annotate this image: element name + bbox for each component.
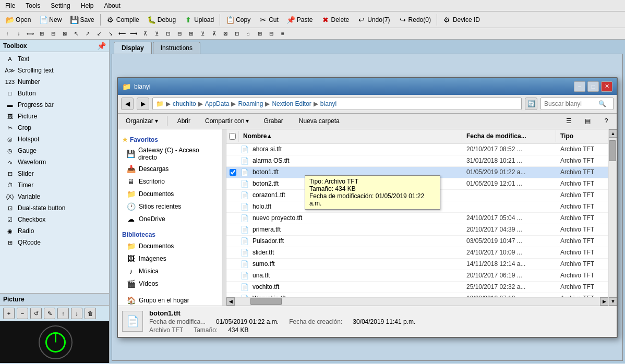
- lp-item-documentos-lib[interactable]: 📁 Documentos: [118, 240, 222, 252]
- menu-setting[interactable]: Setting: [47, 1, 73, 10]
- lp-item-escritorio[interactable]: 🖥 Escritorio: [118, 175, 222, 188]
- scroll-up-btn[interactable]: ▲: [609, 129, 617, 138]
- edit-btn[interactable]: ✎: [44, 308, 55, 319]
- redo-button[interactable]: ↪ Redo(0): [395, 14, 435, 26]
- toolbox-item-progress-bar[interactable]: ▬Progress bar: [0, 99, 109, 111]
- file-checkbox[interactable]: [230, 169, 236, 176]
- save-button[interactable]: 💾 Save: [66, 14, 98, 26]
- path-roaming[interactable]: Roaming: [238, 100, 263, 107]
- tb2-btn-12[interactable]: ⟶: [128, 29, 139, 39]
- col-nombre[interactable]: Nombre ▴: [239, 130, 462, 142]
- lp-item-musica[interactable]: ♪ Música: [118, 265, 222, 277]
- toolbox-item-crop[interactable]: ✂Crop: [0, 122, 109, 134]
- tb2-btn-10[interactable]: ↘: [105, 29, 116, 39]
- search-input[interactable]: [544, 100, 596, 107]
- menu-file[interactable]: File: [2, 1, 18, 10]
- file-row[interactable]: 📄Weruchin.tft19/08/2018 07:18 ...Archivo…: [226, 293, 608, 297]
- toolbox-item-checkbox[interactable]: ☑Checkbox: [0, 214, 109, 225]
- menu-tools[interactable]: Tools: [22, 1, 43, 10]
- upload-button[interactable]: ⬆ Upload: [181, 14, 218, 26]
- tb2-btn-8[interactable]: ↗: [82, 29, 93, 39]
- lp-item-descargas[interactable]: 📥 Descargas: [118, 163, 222, 175]
- tb2-btn-15[interactable]: ⊡: [163, 29, 173, 39]
- tb2-btn-17[interactable]: ⊞: [186, 29, 196, 39]
- tb2-btn-4[interactable]: ⊞: [37, 29, 47, 39]
- share-btn[interactable]: Compartir con ▾: [200, 116, 254, 126]
- paste-button[interactable]: 📌 Paste: [283, 14, 317, 26]
- lp-item-imagenes[interactable]: 🖼 Imágenes: [118, 252, 222, 265]
- toolbox-pin-icon[interactable]: 📌: [97, 42, 106, 50]
- toolbox-item-variable[interactable]: (X)Variable: [0, 191, 109, 202]
- tb2-btn-6[interactable]: ⊠: [59, 29, 70, 39]
- path-bianyi[interactable]: bianyi: [320, 100, 336, 107]
- toolbox-item-number[interactable]: 123Number: [0, 76, 109, 88]
- tb2-btn-25[interactable]: ≡: [278, 29, 288, 39]
- tb2-btn-3[interactable]: ⟺: [25, 29, 35, 39]
- tb2-btn-11[interactable]: ⟵: [117, 29, 127, 39]
- lp-item-videos[interactable]: 🎬 Vídeos: [118, 277, 222, 290]
- tb2-btn-24[interactable]: ⊟: [266, 29, 277, 39]
- file-row[interactable]: 📄slider.tft24/10/2017 10:09 ...Archivo T…: [226, 247, 608, 259]
- nueva-carpeta-btn[interactable]: Nueva carpeta: [293, 116, 345, 126]
- file-row[interactable]: 📄vochito.tft25/10/2017 02:32 a...Archivo…: [226, 282, 608, 293]
- tb2-btn-18[interactable]: ⊻: [197, 29, 208, 39]
- up-btn[interactable]: ↑: [57, 308, 69, 319]
- tab-display[interactable]: Display: [114, 42, 152, 54]
- toolbox-item-hotspot[interactable]: ◎Hotspot: [0, 134, 109, 145]
- path-chuchito[interactable]: chuchito: [173, 100, 196, 107]
- search-box[interactable]: 🔍: [540, 98, 614, 110]
- toolbox-item-dual-state[interactable]: ⊡Dual-state button: [0, 202, 109, 214]
- abrir-btn[interactable]: Abrir: [172, 116, 196, 126]
- tb2-btn-5[interactable]: ⊟: [48, 29, 58, 39]
- toolbox-item-scrolling-text[interactable]: A≫Scrolling text: [0, 65, 109, 76]
- path-appdata[interactable]: AppData: [205, 100, 230, 107]
- tb2-btn-13[interactable]: ⊼: [140, 29, 150, 39]
- lp-item-onedrive[interactable]: ☁ OneDrive: [118, 213, 222, 225]
- toolbox-item-gauge[interactable]: ◷Gauge: [0, 145, 109, 156]
- delete-btn[interactable]: 🗑: [85, 308, 96, 319]
- new-button[interactable]: 📄 New: [35, 14, 65, 26]
- forward-btn[interactable]: ▶: [137, 98, 149, 110]
- back-btn[interactable]: ◀: [121, 98, 134, 110]
- menu-help[interactable]: Help: [78, 1, 97, 10]
- tb2-btn-2[interactable]: ↓: [14, 29, 24, 39]
- col-tipo[interactable]: Tipo: [556, 130, 608, 142]
- toolbox-item-qrcode[interactable]: ⊞QRcode: [0, 237, 109, 248]
- tb2-btn-22[interactable]: ⌂: [243, 29, 254, 39]
- file-row[interactable]: 📄alarma OS.tft31/01/2018 10:21 ...Archiv…: [226, 155, 608, 167]
- delete-button[interactable]: ✖ Delete: [318, 14, 353, 26]
- undo-button[interactable]: ↩ Undo(7): [354, 14, 393, 26]
- file-row[interactable]: 📄nuevo proyecto.tft24/10/2017 05:04 ...A…: [226, 213, 608, 224]
- tb2-btn-20[interactable]: ⊠: [220, 29, 231, 39]
- compile-button[interactable]: ⚙ Compile: [103, 14, 143, 26]
- toolbox-item-text[interactable]: AText: [0, 53, 109, 65]
- view-details-btn[interactable]: ▤: [580, 115, 595, 127]
- debug-button[interactable]: 🐛 Debug: [144, 14, 179, 26]
- col-fecha[interactable]: Fecha de modifica...: [462, 130, 556, 142]
- grabar-btn[interactable]: Grabar: [258, 116, 289, 126]
- horizontal-scrollbar[interactable]: ◀ ▶: [226, 297, 608, 306]
- file-row[interactable]: 📄primera.tft20/10/2017 04:39 ...Archivo …: [226, 224, 608, 236]
- lp-item-gateway[interactable]: 💾 Gateway (C) - Acceso directo: [118, 145, 222, 163]
- tb2-btn-14[interactable]: ⊻: [151, 29, 162, 39]
- lp-item-recientes[interactable]: 🕐 Sitios recientes: [118, 200, 222, 213]
- favorites-header[interactable]: ★ Favoritos: [118, 135, 222, 145]
- lp-item-documentos-fav[interactable]: 📁 Documentos: [118, 188, 222, 200]
- scroll-vert-thumb[interactable]: [609, 140, 616, 161]
- refresh-path-btn[interactable]: 🔄: [525, 98, 537, 110]
- toolbox-item-waveform[interactable]: ∿Waveform: [0, 156, 109, 168]
- toolbox-item-radio[interactable]: ◉Radio: [0, 225, 109, 237]
- scroll-track[interactable]: [235, 298, 600, 306]
- select-all-checkbox[interactable]: [229, 133, 236, 140]
- device-id-button[interactable]: ⚙ Device ID: [439, 14, 484, 26]
- copy-button[interactable]: 📋 Copy: [222, 14, 254, 26]
- tb2-btn-16[interactable]: ⊟: [174, 29, 185, 39]
- tab-instructions[interactable]: Instructions: [153, 42, 200, 54]
- file-row[interactable]: 📄una.tft20/10/2017 06:19 ...Archivo TFT: [226, 270, 608, 282]
- file-row[interactable]: 📄sumo.tft14/11/2018 12:14 a...Archivo TF…: [226, 259, 608, 270]
- libraries-header[interactable]: Bibliotecas: [118, 229, 222, 240]
- dialog-close-btn[interactable]: ✕: [601, 81, 612, 92]
- tb2-btn-19[interactable]: ⊼: [209, 29, 219, 39]
- address-path[interactable]: 📁 ▶ chuchito ▶ AppData ▶ Roaming ▶ Nexti…: [152, 98, 522, 110]
- file-row[interactable]: 📄Pulsador.tft03/05/2019 10:47 ...Archivo…: [226, 236, 608, 247]
